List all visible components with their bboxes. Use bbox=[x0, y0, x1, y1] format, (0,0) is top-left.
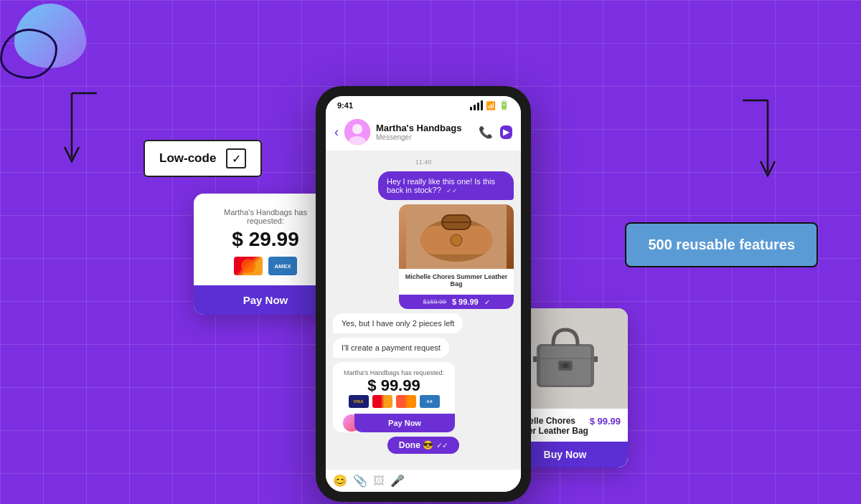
payment-card-icons: AMEX bbox=[211, 257, 320, 275]
signal-bar-2 bbox=[474, 105, 476, 110]
contact-name: Martha's Handbags bbox=[376, 123, 473, 133]
message-timestamp: 11:40 bbox=[333, 158, 514, 166]
check-icon: ✓ bbox=[232, 152, 241, 166]
battery-icon: 🔋 bbox=[499, 100, 509, 110]
mastercard-icon bbox=[372, 395, 392, 408]
payment-request-mini: Martha's Handbags has requested: $ 99.99… bbox=[333, 362, 455, 432]
arrow-right bbox=[739, 93, 782, 196]
product-info: Michelle Chores Summer Leather Bag bbox=[399, 269, 514, 292]
contact-subtitle: Messenger bbox=[376, 133, 473, 141]
blob-container bbox=[0, 0, 129, 93]
low-code-checkbox[interactable]: ✓ bbox=[226, 148, 246, 168]
pay-now-button-chat[interactable]: Pay Now bbox=[354, 414, 455, 432]
header-actions: 📞 ▶ bbox=[479, 125, 512, 139]
product-name-summer: Michelle Chores Summer Leather Bag bbox=[405, 273, 508, 287]
attach-icon[interactable]: 📎 bbox=[353, 474, 367, 488]
arrow-left bbox=[57, 86, 100, 175]
message-read-icon: ✓✓ bbox=[446, 187, 458, 194]
product-image-summer bbox=[399, 204, 514, 269]
product-price-winter: $ 99.99 bbox=[590, 416, 621, 427]
emoji-icon[interactable]: 😊 bbox=[333, 474, 347, 488]
image-icon[interactable]: 🖼 bbox=[373, 475, 385, 488]
svg-rect-20 bbox=[594, 356, 598, 362]
contact-avatar bbox=[344, 119, 370, 145]
low-code-box: Low-code ✓ bbox=[144, 140, 262, 177]
price-old: $159.99 bbox=[423, 298, 446, 305]
user-message-text: Hey I really like this one! Is this back… bbox=[387, 177, 495, 194]
price-new: $ 99.99 bbox=[452, 298, 479, 306]
maestro-icon bbox=[234, 257, 263, 275]
wifi-icon: 📶 bbox=[486, 101, 496, 110]
payment-mini-title: Martha's Handbags has requested: bbox=[343, 369, 445, 376]
pay-row: Pay Now bbox=[343, 414, 445, 432]
payment-card-title: Martha's Handbags has requested: bbox=[211, 208, 320, 225]
chat-bottom-bar: 😊 📎 🖼 🎤 bbox=[326, 470, 521, 492]
chat-header-info: Martha's Handbags Messenger bbox=[376, 123, 473, 141]
agent-message-1: Yes, but I have only 2 pieces left bbox=[333, 313, 463, 333]
status-bar: 9:41 📶 🔋 bbox=[326, 96, 521, 113]
phone-mockup: 9:41 📶 🔋 ‹ bbox=[316, 86, 531, 502]
signal-bar-4 bbox=[481, 100, 483, 110]
agent-message-2: I'll create a payment request bbox=[333, 338, 449, 358]
call-icon[interactable]: 📞 bbox=[479, 125, 493, 139]
done-button[interactable]: Done 😎 ✓✓ bbox=[387, 437, 459, 454]
amex-mini-icon: AX bbox=[420, 395, 440, 408]
signal-bars bbox=[470, 100, 483, 110]
svg-rect-19 bbox=[533, 356, 537, 362]
agent-text-2: I'll create a payment request bbox=[342, 343, 441, 352]
done-label: Done 😎 bbox=[399, 440, 433, 450]
status-time: 9:41 bbox=[337, 101, 353, 110]
mastercard2-icon bbox=[396, 395, 416, 408]
features-label: 500 reusable features bbox=[648, 237, 795, 252]
price-check-icon: ✓ bbox=[484, 298, 490, 306]
chat-header: ‹ Martha's Handbags Messenger 📞 ▶ bbox=[326, 113, 521, 151]
mic-icon[interactable]: 🎤 bbox=[390, 474, 405, 488]
svg-point-12 bbox=[451, 234, 462, 246]
blob-outline-decoration bbox=[0, 29, 57, 79]
phone-screen: 9:41 📶 🔋 ‹ bbox=[326, 96, 521, 492]
payment-mini-amount: $ 99.99 bbox=[343, 376, 445, 395]
done-check-icon: ✓✓ bbox=[436, 442, 448, 450]
chat-messages: 11:40 Hey I really like this one! Is thi… bbox=[326, 151, 521, 470]
user-message-bubble: Hey I really like this one! Is this back… bbox=[378, 171, 514, 200]
video-icon[interactable]: ▶ bbox=[500, 125, 512, 139]
low-code-label: Low-code bbox=[159, 151, 216, 166]
features-box: 500 reusable features bbox=[625, 222, 818, 267]
signal-bar-3 bbox=[477, 103, 479, 110]
product-prices: $159.99 $ 99.99 ✓ bbox=[399, 295, 514, 309]
status-icons: 📶 🔋 bbox=[470, 100, 509, 110]
payment-card-amount: $ 29.99 bbox=[211, 228, 320, 251]
agent-text-1: Yes, but I have only 2 pieces left bbox=[342, 319, 454, 328]
visa-icon: VISA bbox=[349, 395, 369, 408]
product-card-bubble: Michelle Chores Summer Leather Bag $159.… bbox=[399, 204, 514, 309]
back-button[interactable]: ‹ bbox=[334, 125, 339, 140]
svg-point-5 bbox=[352, 124, 362, 134]
payment-mini-cards: VISA AX bbox=[343, 395, 445, 408]
svg-point-17 bbox=[563, 363, 568, 368]
signal-bar-1 bbox=[470, 107, 472, 110]
amex-icon: AMEX bbox=[268, 257, 297, 275]
